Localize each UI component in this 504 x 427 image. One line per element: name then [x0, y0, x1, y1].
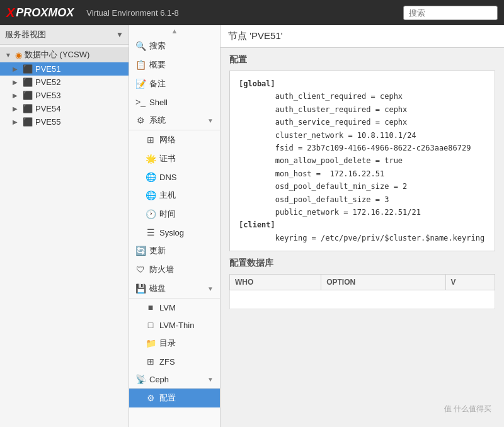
app-title: Virtual Environment 6.1-8 — [86, 8, 178, 18]
nav-item-label-certs: 证书 — [159, 153, 176, 164]
sidebar-item-pve54[interactable]: ▶ ⬛ PVE54 — [0, 102, 129, 115]
server-label-pve51: PVE51 — [35, 64, 123, 74]
config-section: 配置 [global] auth_client_required = cephx… — [220, 48, 504, 258]
sidebar-dropdown-icon[interactable]: ▼ — [116, 30, 123, 39]
nav-item-certs[interactable]: 🌟 证书 — [129, 149, 220, 168]
table-section: 配置数据库 WHOOPTIONV — [220, 258, 504, 316]
config-line: osd_pool_default_min_size = 2 — [239, 180, 486, 193]
server-icon-pve51: ⬛ — [23, 64, 33, 74]
nav-icon-zfs: ⊞ — [146, 356, 156, 367]
nav-item-directory[interactable]: 📁 目录 — [129, 334, 220, 353]
server-icon-pve55: ⬛ — [23, 117, 33, 127]
section-arrow-ceph: ▼ — [207, 376, 214, 383]
nav-icon-syslog: ☰ — [146, 227, 156, 237]
server-icon-pve52: ⬛ — [23, 77, 33, 87]
nav-item-search[interactable]: 🔍 搜索 — [129, 37, 220, 55]
nav-item-label-firewall: 防火墙 — [149, 264, 174, 275]
nav-icon-lvm: ■ — [146, 302, 156, 312]
table-col-v: V — [445, 275, 495, 290]
nav-item-network[interactable]: ⊞ 网络 — [129, 130, 220, 149]
table-empty-row — [230, 290, 495, 309]
nav-item-label-network: 网络 — [159, 134, 176, 145]
content-body: 配置 [global] auth_client_required = cephx… — [220, 48, 504, 427]
nav-icon-summary: 📋 — [135, 60, 146, 70]
db-section-label: 配置数据库 — [229, 258, 495, 269]
topbar: X PROXMOX Virtual Environment 6.1-8 — [0, 0, 504, 25]
nav-item-lvm-thin[interactable]: □ LVM-Thin — [129, 316, 220, 334]
sidebar-item-pve55[interactable]: ▶ ⬛ PVE55 — [0, 115, 129, 128]
config-line: [client] — [239, 219, 486, 231]
global-search-input[interactable] — [403, 6, 498, 20]
nav-item-label-updates: 更新 — [149, 245, 166, 256]
config-line: cluster_network = 10.8.110.1/24 — [239, 129, 486, 142]
sidebar-item-pve53[interactable]: ▶ ⬛ PVE53 — [0, 89, 129, 102]
sidebar-item-pve52[interactable]: ▶ ⬛ PVE52 — [0, 76, 129, 89]
nav-icon-firewall: 🛡 — [135, 265, 146, 275]
nav-item-label-lvm: LVM — [159, 303, 176, 312]
nav-item-lvm[interactable]: ■ LVM — [129, 299, 220, 316]
config-line: mon_host = 172.16.22.51 — [239, 168, 486, 180]
nav-item-hosts[interactable]: 🌐 主机 — [129, 186, 220, 205]
nav-item-label-dns: DNS — [159, 173, 176, 182]
main-content: 节点 'PVE51' 配置 [global] auth_client_requi… — [220, 25, 504, 427]
sidebar-header: 服务器视图 ▼ — [0, 25, 129, 45]
config-line: mon_allow_pool_delete = true — [239, 154, 486, 167]
nav-icon-search: 🔍 — [135, 41, 146, 51]
nav-icon-notes: 📝 — [135, 79, 146, 89]
nav-item-updates[interactable]: 🔄 更新 — [129, 241, 220, 260]
nav-icon-directory: 📁 — [146, 338, 156, 348]
config-box: [global] auth_client_required = cephx au… — [229, 71, 495, 251]
config-section-label: 配置 — [229, 54, 495, 65]
nav-section-ceph[interactable]: 📡 Ceph ▼ — [129, 370, 220, 389]
nav-item-label-hosts: 主机 — [159, 190, 176, 201]
nav-icon-dns: 🌐 — [146, 172, 156, 182]
expand-icon-pve53: ▶ — [13, 92, 20, 99]
server-icon-pve53: ⬛ — [23, 91, 33, 100]
nav-icon-network: ⊞ — [146, 135, 156, 145]
sidebar-item-pve51[interactable]: ▶ ⬛ PVE51 — [0, 62, 129, 76]
nav-section-label-disks: 磁盘 — [149, 283, 166, 294]
main-layout: 服务器视图 ▼ ▼ ◉ 数据中心 (YCSW) ▶ ⬛ PVE51 ▶ ⬛ PV… — [0, 25, 504, 427]
nav-item-label-shell: Shell — [149, 98, 168, 107]
nav-item-firewall[interactable]: 🛡 防火墙 — [129, 260, 220, 279]
nav-item-notes[interactable]: 📝 备注 — [129, 74, 220, 93]
nav-item-summary[interactable]: 📋 概要 — [129, 55, 220, 74]
config-line: auth_client_required = cephx — [239, 90, 486, 103]
nav-item-config[interactable]: ⚙ 配置 — [129, 389, 220, 407]
sidebar-left: 服务器视图 ▼ ▼ ◉ 数据中心 (YCSW) ▶ ⬛ PVE51 ▶ ⬛ PV… — [0, 25, 129, 427]
nav-icon-hosts: 🌐 — [146, 190, 156, 200]
logo: X PROXMOX — [6, 6, 74, 20]
nav-section-system[interactable]: ⚙ 系统 ▼ — [129, 111, 220, 130]
nav-item-zfs[interactable]: ⊞ ZFS — [129, 353, 220, 370]
nav-item-time[interactable]: 🕐 时间 — [129, 205, 220, 224]
nav-up-arrow[interactable]: ▲ — [129, 25, 220, 37]
nav-section-label-system: 系统 — [149, 115, 166, 126]
datacenter-icon: ◉ — [15, 50, 22, 60]
nav-icon-certs: 🌟 — [146, 154, 156, 164]
nav-item-label-search: 搜索 — [149, 40, 166, 52]
config-line: [global] — [239, 77, 486, 90]
config-line: osd_pool_default_size = 3 — [239, 193, 486, 206]
sidebar-item-datacenter[interactable]: ▼ ◉ 数据中心 (YCSW) — [0, 47, 129, 62]
sidebar-view-label: 服务器视图 — [5, 29, 46, 40]
expand-icon-pve55: ▶ — [13, 118, 20, 125]
nav-item-label-notes: 备注 — [149, 78, 166, 89]
nav-item-label-summary: 概要 — [149, 59, 166, 71]
nav-icon-shell: >_ — [135, 97, 146, 107]
section-arrow-system: ▼ — [207, 117, 214, 124]
datacenter-label: 数据中心 (YCSW) — [25, 49, 123, 60]
nav-item-dns[interactable]: 🌐 DNS — [129, 168, 220, 186]
section-arrow-disks: ▼ — [207, 285, 214, 292]
config-line: auth_cluster_required = cephx — [239, 103, 486, 116]
nav-item-label-directory: 目录 — [159, 338, 176, 349]
server-label-pve52: PVE52 — [35, 77, 123, 87]
nav-item-shell[interactable]: >_ Shell — [129, 93, 220, 111]
nav-item-label-zfs: ZFS — [159, 357, 175, 367]
server-icon-pve54: ⬛ — [23, 104, 33, 113]
nav-item-syslog[interactable]: ☰ Syslog — [129, 224, 220, 241]
nav-section-disks[interactable]: 💾 磁盘 ▼ — [129, 279, 220, 299]
nav-middle: ▲ 🔍 搜索 📋 概要 📝 备注 >_ Shell ⚙ 系统 ▼ ⊞ 网络 🌟 … — [129, 25, 220, 427]
table-col-option: OPTION — [321, 275, 445, 290]
logo-proxmox: PROXMOX — [16, 6, 74, 20]
server-label-pve54: PVE54 — [35, 104, 123, 113]
